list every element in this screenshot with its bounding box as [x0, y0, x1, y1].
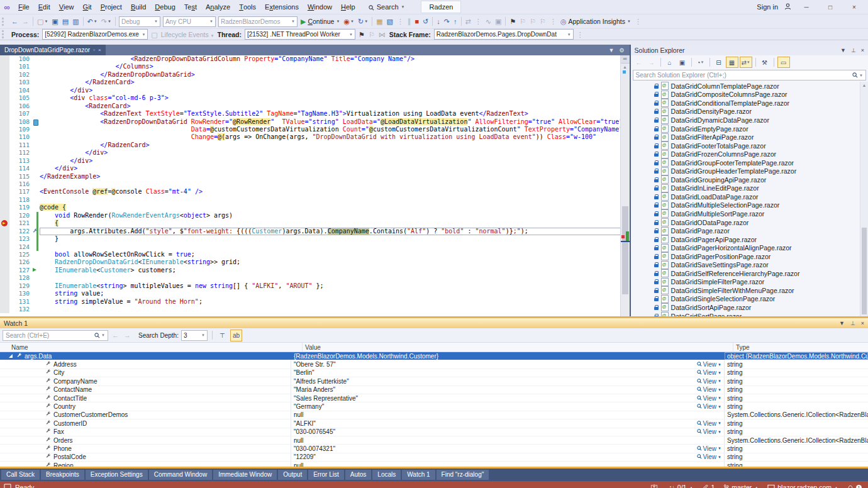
se-back[interactable]: ←: [633, 57, 645, 67]
file-item[interactable]: DataGridDensityPage.razor: [631, 108, 868, 116]
apply-code-changes[interactable]: ▦: [374, 16, 384, 27]
watch-name-cell[interactable]: ContactTitle: [0, 394, 291, 402]
close-tab-icon[interactable]: ×: [98, 47, 101, 53]
search-forward-icon[interactable]: →: [123, 331, 132, 339]
code-text[interactable]: [40, 180, 621, 188]
watch-name-cell[interactable]: PostalCode: [0, 453, 291, 461]
notifications-bell[interactable]: 1: [847, 484, 862, 488]
code-text[interactable]: args.Attributes.Add("style", $"font-weig…: [40, 228, 621, 235]
toolbar-overflow[interactable]: ⋮: [473, 16, 484, 27]
watch-row[interactable]: CompanyName"Alfreds Futterkiste"View▼str…: [0, 377, 868, 385]
view-link[interactable]: View▼: [697, 395, 721, 402]
code-line[interactable]: 132: [0, 306, 621, 313]
tool-window-tab-find-rz-dialog-[interactable]: Find "rz-dialog": [437, 470, 489, 480]
stop-debugging-button[interactable]: ■: [413, 16, 421, 27]
pin-properties-icon[interactable]: ⊤: [217, 330, 228, 341]
code-text[interactable]: [40, 196, 621, 204]
watch-row[interactable]: CustomerID"ALFKI"View▼string: [0, 419, 868, 428]
code-line[interactable]: 118: [0, 196, 621, 204]
view-link[interactable]: View▼: [697, 428, 721, 435]
scrollbar-thumb[interactable]: [862, 228, 867, 314]
se-pending-changes-filter[interactable]: ◔ ▼: [695, 57, 706, 67]
solution-explorer-title-bar[interactable]: Solution Explorer ▼ ⊥ ×: [631, 45, 868, 55]
view-link[interactable]: View▼: [697, 386, 721, 393]
breakpoint-margin[interactable]: [0, 298, 9, 306]
code-text[interactable]: <RadzenDropDownDataGrid RowRender="@RowR…: [40, 118, 621, 126]
watch-row[interactable]: PostalCode"12209"View▼string: [0, 453, 868, 462]
toggle-bookmark[interactable]: ⚑: [508, 16, 518, 27]
code-text[interactable]: string value;: [40, 290, 621, 297]
view-link[interactable]: View▼: [697, 420, 721, 427]
se-sync-with-active-document[interactable]: ⇄ ▼: [740, 57, 752, 68]
code-line[interactable]: 111 </RadzenCard>: [0, 141, 621, 149]
restore-button[interactable]: □: [821, 4, 839, 11]
se-switch-views[interactable]: ▣: [677, 57, 688, 67]
breakpoint-margin[interactable]: [0, 274, 9, 282]
se-forward[interactable]: →: [646, 57, 657, 67]
watch-name-cell[interactable]: Phone: [0, 445, 291, 452]
view-link[interactable]: View▼: [697, 361, 721, 368]
breakpoint-margin[interactable]: [0, 235, 9, 243]
application-insights-button[interactable]: ◎Application Insights▼: [559, 16, 633, 27]
open-file[interactable]: ▣: [50, 16, 60, 27]
se-show-all-files[interactable]: ▦: [726, 57, 738, 68]
menu-tools[interactable]: Tools: [235, 0, 260, 14]
menu-window[interactable]: Window: [303, 0, 337, 14]
watch-value-cell[interactable]: null: [291, 462, 725, 467]
breakpoint-margin[interactable]: [0, 188, 9, 196]
watch-row[interactable]: Regionnullstring: [0, 462, 868, 467]
breakpoint-margin[interactable]: [0, 251, 9, 258]
file-item[interactable]: DataGridSelfReferenceHierarchyPage.razor: [631, 269, 868, 278]
watch-value-cell[interactable]: "030-0074321"View▼: [291, 445, 725, 452]
breakpoint-margin[interactable]: [0, 306, 9, 313]
watch-value-cell[interactable]: "Berlin"View▼: [291, 369, 725, 377]
se-collapse-all[interactable]: ⊟: [713, 57, 725, 67]
file-item[interactable]: DataGridInLineEditPage.razor: [631, 184, 868, 193]
watch-name-cell[interactable]: Region: [0, 462, 291, 467]
watch-row[interactable]: City"Berlin"View▼string: [0, 369, 868, 377]
code-line[interactable]: 115</RadzenExample>: [0, 173, 621, 180]
previous-bookmark[interactable]: ⚐: [518, 16, 528, 27]
tool-window-tab-autos[interactable]: Autos: [345, 470, 372, 480]
file-item[interactable]: DataGridGroupingApiPage.razor: [631, 175, 868, 184]
file-item[interactable]: DataGridSortPage.razor: [631, 312, 868, 316]
watch-value-cell[interactable]: null: [291, 411, 725, 419]
breakpoint-margin[interactable]: [0, 258, 9, 266]
code-text[interactable]: string simpleValue = "Around the Horn";: [40, 298, 621, 306]
code-line[interactable]: 114 </div>: [0, 165, 621, 172]
file-item[interactable]: DataGridGroupHeaderTemplatePage.razor: [631, 167, 868, 175]
tab-options-gear-icon[interactable]: ⚙: [619, 47, 624, 53]
parallel-stacks[interactable]: ▣: [493, 16, 503, 27]
view-link[interactable]: View▼: [697, 378, 721, 385]
code-text[interactable]: }: [40, 235, 621, 243]
code-line[interactable]: 107 <RadzenText TextStyle="TextStyle.Sub…: [0, 110, 621, 118]
navigate-backward[interactable]: ←: [9, 16, 20, 27]
document-tab[interactable]: DropDownDataGridPage.razor ▫ ×: [0, 45, 106, 55]
watch-name-cell[interactable]: CustomerID: [0, 419, 291, 427]
watch-row[interactable]: ContactTitle"Sales Representative"View▼s…: [0, 394, 868, 402]
watch-value-cell[interactable]: "030-0076545"View▼: [291, 428, 725, 436]
watch-value-cell[interactable]: "Obere Str. 57"View▼: [291, 360, 725, 368]
step-into-button[interactable]: ↓: [435, 16, 442, 27]
stack-frame-select[interactable]: RadzenBlazorDemos.Pages.DropDownDat▼: [434, 29, 574, 40]
git-sync-status[interactable]: ↑↓ 0/1 ▲: [669, 484, 694, 488]
code-line[interactable]: 113 </div>: [0, 157, 621, 165]
redo[interactable]: ↷▼: [99, 16, 113, 27]
close-icon[interactable]: ×: [861, 47, 864, 53]
code-text[interactable]: {: [40, 219, 621, 227]
tool-window-tab-breakpoints[interactable]: Breakpoints: [41, 470, 84, 480]
file-item[interactable]: DataGridGroupFooterTemplatePage.razor: [631, 158, 868, 167]
code-line[interactable]: 121 {: [0, 219, 621, 227]
watch-name-cell[interactable]: Address: [0, 360, 291, 368]
step-out-button[interactable]: ↑: [452, 16, 459, 27]
user-icon[interactable]: [784, 3, 791, 11]
file-item[interactable]: DataGridLoadDataPage.razor: [631, 192, 868, 201]
se-home[interactable]: ⌂: [664, 57, 676, 67]
code-text[interactable]: </RadzenDropDownDataGrid>: [40, 71, 621, 79]
watch-name-cell[interactable]: City: [0, 369, 291, 377]
file-item[interactable]: DataGridCompositeColumnsPage.razor: [631, 91, 868, 99]
view-link[interactable]: View▼: [697, 445, 721, 452]
code-text[interactable]: <RadzenCard>: [40, 103, 621, 110]
scroll-up-icon[interactable]: ▲: [860, 82, 868, 89]
file-item[interactable]: DataGridFrozenColumnsPage.razor: [631, 150, 868, 158]
